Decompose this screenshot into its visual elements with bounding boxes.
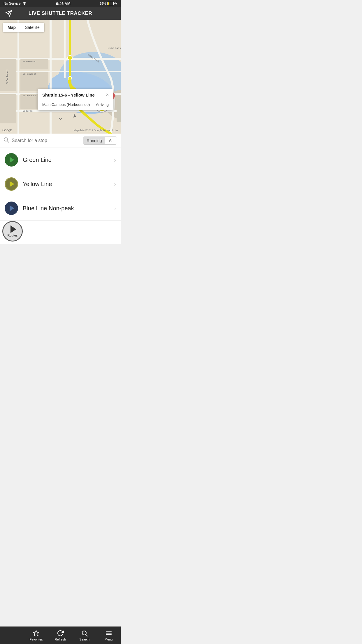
battery-fill <box>108 2 109 5</box>
scroll-down-arrow[interactable]: ⌄ <box>57 112 64 122</box>
green-line-chevron: › <box>114 157 116 163</box>
map-copyright: Map data ©2019 Google Terms of Use <box>73 129 118 132</box>
svg-point-31 <box>68 76 72 80</box>
route-item-green[interactable]: Green Line › <box>0 148 121 172</box>
filter-all-button[interactable]: All <box>105 137 117 144</box>
yellow-line-name: Yellow Line <box>23 181 114 188</box>
blue-play-icon <box>10 205 14 211</box>
shuttle-info-popup: Shuttle 15-6 - Yellow Line × Main Campus… <box>38 89 113 110</box>
status-time: 9:46 AM <box>56 1 70 6</box>
svg-rect-16 <box>117 99 121 122</box>
map-toggle[interactable]: Map Satellite <box>3 23 44 32</box>
status-right: 15% <box>100 1 117 6</box>
svg-point-30 <box>68 55 72 60</box>
route-item-blue[interactable]: Blue Line Non-peak › <box>0 196 121 220</box>
svg-point-40 <box>4 138 8 141</box>
routes-fab-button[interactable]: Routes <box>2 221 23 242</box>
blue-line-name: Blue Line Non-peak <box>23 205 114 212</box>
battery-icon <box>107 2 114 5</box>
map-toggle-satellite[interactable]: Satellite <box>20 23 44 32</box>
svg-rect-10 <box>17 20 19 134</box>
header-location-icon[interactable] <box>5 9 13 18</box>
lightning-icon <box>115 1 117 6</box>
yellow-line-chevron: › <box>114 181 116 188</box>
green-play-icon <box>10 157 14 163</box>
map-container[interactable]: Map Satellite <box>0 20 121 134</box>
green-line-icon <box>5 153 18 167</box>
yellow-line-icon <box>5 177 18 191</box>
blue-line-icon <box>5 202 18 215</box>
battery-percent: 15% <box>100 2 106 5</box>
svg-rect-15 <box>0 94 16 123</box>
search-icon <box>3 137 9 144</box>
svg-text:W Azeele St: W Azeele St <box>23 60 36 63</box>
svg-text:S Boulevard: S Boulevard <box>6 70 9 84</box>
popup-status: Arriving <box>96 102 109 107</box>
routes-play-icon <box>10 225 16 233</box>
popup-body: Main Campus (Harbourside) Arriving <box>42 102 109 107</box>
green-line-name: Green Line <box>23 157 114 163</box>
filter-running-button[interactable]: Running <box>83 137 105 144</box>
wifi-icon <box>22 2 27 5</box>
status-left: No Service <box>3 1 27 6</box>
svg-text:W Bay St: W Bay St <box>23 110 33 112</box>
filter-group: Running All <box>83 136 117 145</box>
svg-text:W Horatio St: W Horatio St <box>23 73 36 75</box>
blue-line-chevron: › <box>114 205 116 212</box>
popup-close-button[interactable]: × <box>106 92 109 97</box>
status-bar: No Service 9:46 AM 15% <box>0 0 121 7</box>
popup-title: Shuttle 15-6 - Yellow Line <box>42 92 95 97</box>
stop-search-input[interactable] <box>12 138 80 143</box>
yellow-play-icon <box>10 181 14 187</box>
svg-marker-0 <box>115 1 117 6</box>
popup-header: Shuttle 15-6 - Yellow Line × <box>42 92 109 100</box>
svg-line-41 <box>7 141 9 143</box>
search-bar: Running All <box>0 134 121 148</box>
svg-text:HYDE PARK: HYDE PARK <box>108 47 121 50</box>
routes-fab-label: Routes <box>8 234 18 237</box>
svg-rect-8 <box>50 20 52 134</box>
svg-rect-9 <box>64 20 66 78</box>
svg-text:W De Leon St: W De Leon St <box>23 94 38 97</box>
route-item-yellow[interactable]: Yellow Line › <box>0 172 121 196</box>
carrier-label: No Service <box>3 1 21 6</box>
popup-stop: Main Campus (Harbourside) <box>42 102 90 107</box>
map-toggle-map[interactable]: Map <box>3 23 20 32</box>
page-title: LIVE SHUTTLE TRACKER <box>29 10 92 16</box>
google-label: Google <box>2 128 13 132</box>
app-header: LIVE SHUTTLE TRACKER <box>0 7 121 20</box>
